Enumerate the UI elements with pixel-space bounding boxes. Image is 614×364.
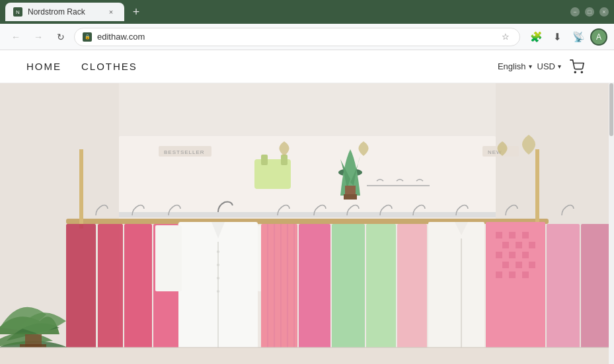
svg-rect-64 <box>547 224 580 356</box>
browser-shell: N Nordstrom Rack × + − □ × ← → ↻ 🔒 edith… <box>0 0 614 50</box>
profile-avatar[interactable]: A <box>590 28 607 46</box>
tab-bar: N Nordstrom Rack × + − □ × <box>0 0 614 24</box>
currency-label: USD <box>537 61 555 71</box>
svg-rect-59 <box>516 262 522 268</box>
tab-close-button[interactable]: × <box>106 7 116 17</box>
svg-rect-19 <box>281 155 288 165</box>
svg-rect-63 <box>522 272 529 278</box>
address-bar[interactable]: 🔒 edithaw.com ☆ <box>74 28 520 46</box>
currency-chevron: ▾ <box>558 63 561 70</box>
address-icons: ☆ <box>500 31 512 43</box>
minimize-button[interactable]: − <box>570 7 580 17</box>
back-button[interactable]: ← <box>7 28 25 46</box>
cart-icon <box>570 59 584 74</box>
svg-rect-23 <box>535 149 539 229</box>
address-text: edithaw.com <box>97 32 494 42</box>
svg-text:BESTSELLER: BESTSELLER <box>164 149 205 155</box>
svg-rect-46 <box>428 222 484 361</box>
svg-rect-60 <box>529 262 535 268</box>
site-navigation: HOME CLOTHES English ▾ USD ▾ <box>0 50 614 83</box>
bookmark-icon[interactable]: ☆ <box>500 31 512 43</box>
svg-point-30 <box>217 250 219 253</box>
cart-button[interactable] <box>566 56 588 77</box>
language-selector[interactable]: English ▾ <box>498 61 532 71</box>
svg-rect-58 <box>502 262 509 268</box>
store-image-svg: BESTSELLER NEW <box>0 83 614 364</box>
svg-point-31 <box>217 264 219 266</box>
svg-point-33 <box>217 290 219 293</box>
tab-title: Nordstrom Rack <box>28 7 100 17</box>
language-chevron: ▾ <box>529 63 532 70</box>
svg-point-32 <box>217 277 219 279</box>
address-favicon: 🔒 <box>83 32 92 42</box>
nav-links: HOME CLOTHES <box>26 61 137 72</box>
svg-point-1 <box>581 71 582 73</box>
svg-rect-16 <box>344 194 357 200</box>
language-label: English <box>498 61 526 71</box>
svg-rect-43 <box>332 224 365 359</box>
toolbar-icons: 🧩 ⬇ 📡 A <box>527 28 607 46</box>
svg-rect-55 <box>496 252 502 258</box>
extensions-button[interactable]: 🧩 <box>527 28 545 46</box>
svg-rect-61 <box>496 272 502 278</box>
new-tab-button[interactable]: + <box>127 3 145 21</box>
navigation-bar: ← → ↻ 🔒 edithaw.com ☆ 🧩 ⬇ 📡 A <box>0 24 614 50</box>
nav-clothes-link[interactable]: CLOTHES <box>81 61 137 72</box>
window-controls: − □ × <box>570 7 609 17</box>
nav-home-link[interactable]: HOME <box>26 61 61 72</box>
svg-rect-45 <box>397 224 427 357</box>
close-button[interactable]: × <box>599 7 609 17</box>
svg-rect-52 <box>502 242 509 248</box>
svg-rect-25 <box>98 224 123 353</box>
svg-rect-42 <box>299 224 330 356</box>
scrollbar-thumb[interactable] <box>609 83 613 136</box>
svg-rect-18 <box>261 155 268 165</box>
svg-rect-26 <box>124 224 152 356</box>
hero-image: BESTSELLER NEW <box>0 83 614 364</box>
svg-rect-34 <box>155 225 182 291</box>
svg-rect-69 <box>0 347 614 364</box>
maximize-button[interactable]: □ <box>585 7 594 17</box>
svg-rect-51 <box>522 232 529 238</box>
svg-rect-56 <box>509 252 516 258</box>
active-tab[interactable]: N Nordstrom Rack × <box>5 3 124 21</box>
svg-rect-62 <box>509 272 516 278</box>
refresh-button[interactable]: ↻ <box>52 28 70 46</box>
svg-rect-44 <box>366 224 396 356</box>
svg-point-0 <box>574 71 576 73</box>
website-content: HOME CLOTHES English ▾ USD ▾ <box>0 50 614 364</box>
svg-rect-49 <box>496 232 502 238</box>
svg-rect-50 <box>509 232 516 238</box>
scrollbar[interactable] <box>609 83 614 364</box>
cast-button[interactable]: 📡 <box>569 28 588 46</box>
svg-rect-22 <box>79 149 83 229</box>
svg-rect-53 <box>516 242 522 248</box>
nav-right-controls: English ▾ USD ▾ <box>498 56 588 77</box>
currency-selector[interactable]: USD ▾ <box>537 61 561 71</box>
tab-favicon: N <box>13 7 22 17</box>
forward-button[interactable]: → <box>29 28 48 46</box>
svg-rect-9 <box>119 212 496 217</box>
svg-rect-24 <box>66 224 96 356</box>
downloads-button[interactable]: ⬇ <box>548 28 566 46</box>
svg-rect-57 <box>522 252 529 258</box>
svg-rect-36 <box>261 224 297 359</box>
svg-rect-54 <box>529 242 535 248</box>
